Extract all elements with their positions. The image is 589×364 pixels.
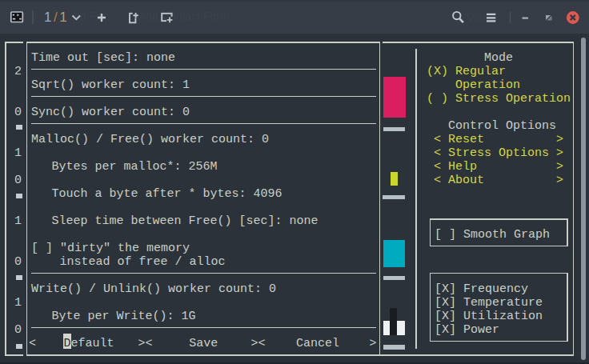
svg-text:Visu: Visu [467,10,490,24]
svg-text:Add Contact Form: Add Contact Form [138,10,230,22]
svg-text:1/1: 1/1 [44,10,67,25]
